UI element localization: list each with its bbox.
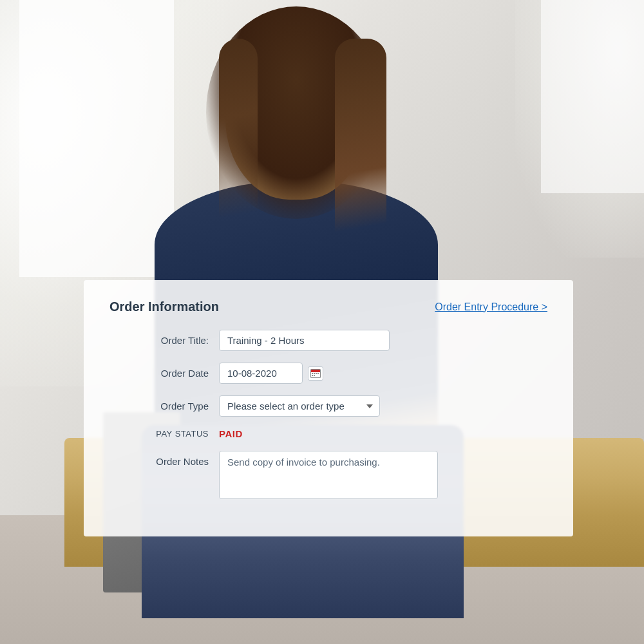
person-hair-right: [335, 39, 386, 258]
calendar-picker-icon[interactable]: [308, 366, 323, 381]
order-notes-textarea[interactable]: Send copy of invoice to purchasing.: [219, 451, 438, 499]
order-date-row: Order Date: [109, 363, 547, 384]
order-type-select[interactable]: Please select an order type Standard Rus…: [219, 395, 380, 417]
order-notes-row: Order Notes Send copy of invoice to purc…: [109, 451, 547, 499]
order-type-label: Order Type: [109, 401, 219, 412]
date-wrapper: [219, 363, 323, 384]
order-type-row: Order Type Please select an order type S…: [109, 395, 547, 417]
person-hair-left: [219, 39, 258, 232]
order-title-row: Order Title:: [109, 330, 547, 351]
order-title-label: Order Title:: [109, 335, 219, 346]
pay-status-value: PAID: [219, 428, 243, 439]
panel-header: Order Information Order Entry Procedure …: [109, 299, 547, 314]
order-title-input[interactable]: [219, 330, 390, 351]
order-entry-procedure-link[interactable]: Order Entry Procedure >: [435, 301, 547, 313]
order-form-panel: Order Information Order Entry Procedure …: [84, 280, 573, 536]
order-date-label: Order Date: [109, 368, 219, 379]
order-notes-label: Order Notes: [109, 451, 219, 467]
pay-status-row: PAY STATUS PAID: [109, 428, 547, 439]
order-date-input[interactable]: [219, 363, 303, 384]
pay-status-label: PAY STATUS: [109, 429, 219, 439]
panel-title: Order Information: [109, 299, 219, 314]
